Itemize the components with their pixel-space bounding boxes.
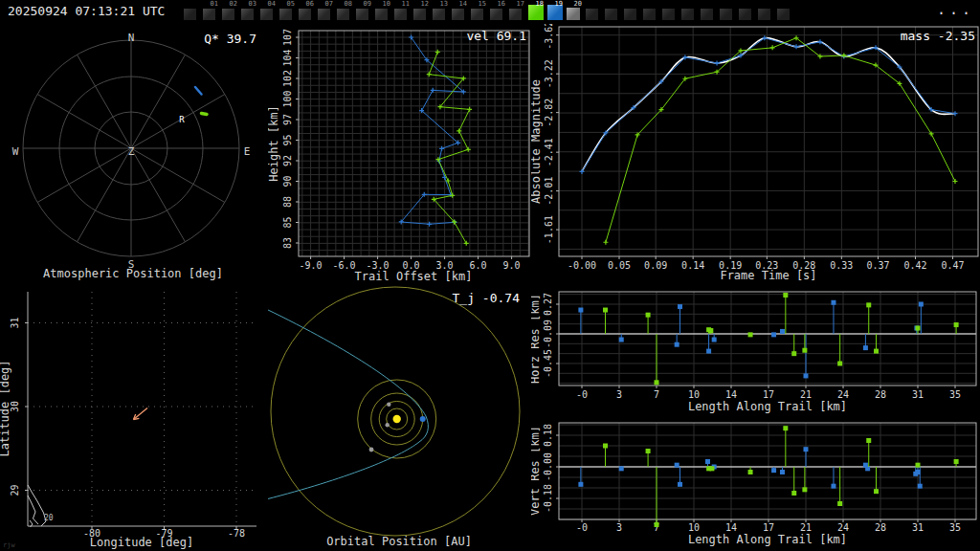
tab-chip bbox=[299, 9, 311, 20]
plot-frame bbox=[559, 423, 976, 519]
tab-chip bbox=[222, 9, 234, 20]
tab-17[interactable]: 17 bbox=[509, 0, 528, 24]
tab-number: 13 bbox=[434, 1, 448, 8]
tab-chip bbox=[413, 9, 426, 20]
tab-strip: 0102030405060708091011121314151617181920 bbox=[184, 0, 796, 24]
tab-18[interactable]: 18 bbox=[528, 0, 547, 24]
tab-slot-30[interactable] bbox=[758, 0, 777, 24]
y-tick-label: 88 bbox=[282, 196, 293, 208]
x-tick-label: -78 bbox=[228, 528, 245, 539]
tab-slot-27[interactable] bbox=[701, 0, 720, 24]
tab-07[interactable]: 07 bbox=[318, 0, 337, 24]
tab-chip bbox=[184, 9, 196, 20]
planet-marker bbox=[387, 403, 390, 407]
tab-slot-0[interactable] bbox=[184, 0, 203, 24]
tab-14[interactable]: 14 bbox=[452, 0, 471, 24]
tab-number: 16 bbox=[491, 1, 505, 8]
y-tick-label: 31 bbox=[10, 317, 20, 328]
axis-ticks: -03710141721242831350.18-0.00-0.18 bbox=[543, 424, 961, 533]
x-tick-label: 17 bbox=[763, 389, 774, 400]
y-tick-label: 0.27 bbox=[543, 293, 553, 316]
axis-ticks: -0.000.050.090.140.190.230.280.330.370.4… bbox=[544, 24, 965, 271]
tab-19[interactable]: 19 bbox=[547, 0, 567, 24]
y-axis-label: Horz Res [km] bbox=[531, 294, 542, 384]
detection-streak-green bbox=[202, 114, 208, 115]
tab-chip bbox=[375, 9, 388, 20]
tab-number: 02 bbox=[223, 1, 237, 8]
tab-slot-22[interactable] bbox=[605, 0, 624, 24]
tab-number: 17 bbox=[510, 1, 524, 8]
tab-number: 14 bbox=[453, 1, 467, 8]
tab-04[interactable]: 04 bbox=[260, 0, 279, 24]
tab-chip bbox=[203, 9, 215, 20]
tab-10[interactable]: 10 bbox=[375, 0, 394, 24]
x-tick-label: 14 bbox=[725, 522, 737, 533]
panel-vert: -03710141721242831350.18-0.00-0.18Length… bbox=[531, 416, 980, 551]
cardinal-N: N bbox=[128, 32, 135, 44]
x-axis-label: Frame Time [s] bbox=[720, 269, 816, 282]
tab-02[interactable]: 02 bbox=[222, 0, 241, 24]
x-tick-label: 7 bbox=[654, 389, 659, 400]
tab-05[interactable]: 05 bbox=[279, 0, 299, 24]
y-tick-label: -2.41 bbox=[544, 138, 554, 166]
tab-number: 07 bbox=[319, 1, 333, 8]
y-tick-label: 29 bbox=[10, 484, 20, 496]
tab-chip bbox=[356, 9, 368, 20]
tab-slot-31[interactable] bbox=[777, 0, 796, 24]
x-tick-label: 14 bbox=[725, 389, 737, 400]
tab-chip bbox=[241, 9, 254, 20]
tab-13[interactable]: 13 bbox=[433, 0, 452, 24]
x-tick-label: 24 bbox=[837, 389, 849, 400]
series-blue bbox=[578, 300, 923, 379]
tab-slot-25[interactable] bbox=[662, 0, 681, 24]
y-tick-label: 100 bbox=[282, 90, 293, 107]
grid bbox=[559, 27, 978, 256]
x-tick-label: 35 bbox=[949, 389, 961, 400]
y-tick-label: -2.01 bbox=[544, 177, 554, 206]
cardinal-W: W bbox=[12, 145, 19, 158]
tab-chip bbox=[279, 9, 292, 20]
tab-08[interactable]: 08 bbox=[337, 0, 356, 24]
tab-chip bbox=[758, 9, 770, 20]
tab-slot-21[interactable] bbox=[586, 0, 605, 24]
y-tick-label: -1.61 bbox=[544, 215, 554, 244]
tab-16[interactable]: 16 bbox=[490, 0, 509, 24]
tab-slot-26[interactable] bbox=[681, 0, 701, 24]
panel-caption: Atmospheric Position [deg] bbox=[43, 267, 223, 280]
overflow-menu-button[interactable]: ... bbox=[937, 1, 974, 18]
tab-chip bbox=[701, 9, 713, 20]
tab-chip bbox=[643, 9, 656, 20]
panel-mag: -0.000.050.090.140.190.230.280.330.370.4… bbox=[531, 24, 980, 282]
y-tick-label: -3.22 bbox=[544, 59, 554, 88]
tab-09[interactable]: 09 bbox=[356, 0, 375, 24]
planet-marker bbox=[369, 448, 374, 452]
tab-slot-29[interactable] bbox=[739, 0, 758, 24]
tab-chip bbox=[433, 9, 445, 20]
x-tick-label: 21 bbox=[800, 522, 812, 533]
x-axis-label: Length Along Trail [km] bbox=[688, 533, 847, 546]
y-tick-label: 104 bbox=[282, 49, 293, 66]
meteoroid-orbit-path bbox=[268, 309, 428, 499]
tab-20[interactable]: 20 bbox=[567, 0, 586, 24]
earth-marker bbox=[420, 416, 426, 422]
tab-03[interactable]: 03 bbox=[241, 0, 260, 24]
tab-15[interactable]: 15 bbox=[471, 0, 490, 24]
tab-number: 08 bbox=[338, 1, 352, 8]
tab-12[interactable]: 12 bbox=[413, 0, 433, 24]
tab-slot-23[interactable] bbox=[624, 0, 643, 24]
tab-slot-28[interactable] bbox=[720, 0, 739, 24]
x-tick-label: 3 bbox=[616, 522, 622, 533]
tab-11[interactable]: 11 bbox=[394, 0, 413, 24]
tab-chip bbox=[318, 9, 330, 20]
y-tick-label: -0.09 bbox=[543, 320, 553, 348]
series-blue bbox=[580, 35, 958, 174]
tab-06[interactable]: 06 bbox=[299, 0, 318, 24]
tab-number: 10 bbox=[376, 1, 390, 8]
x-tick-label: 28 bbox=[875, 389, 886, 400]
x-tick-label: 0.42 bbox=[903, 260, 926, 271]
tab-slot-24[interactable] bbox=[643, 0, 662, 24]
panel-polar: NSWEZRQ* 39.7Atmospheric Position [deg] bbox=[0, 24, 268, 282]
tab-01[interactable]: 01 bbox=[203, 0, 222, 24]
y-axis-label: Height [km] bbox=[268, 105, 280, 181]
tab-number: 11 bbox=[395, 1, 410, 8]
